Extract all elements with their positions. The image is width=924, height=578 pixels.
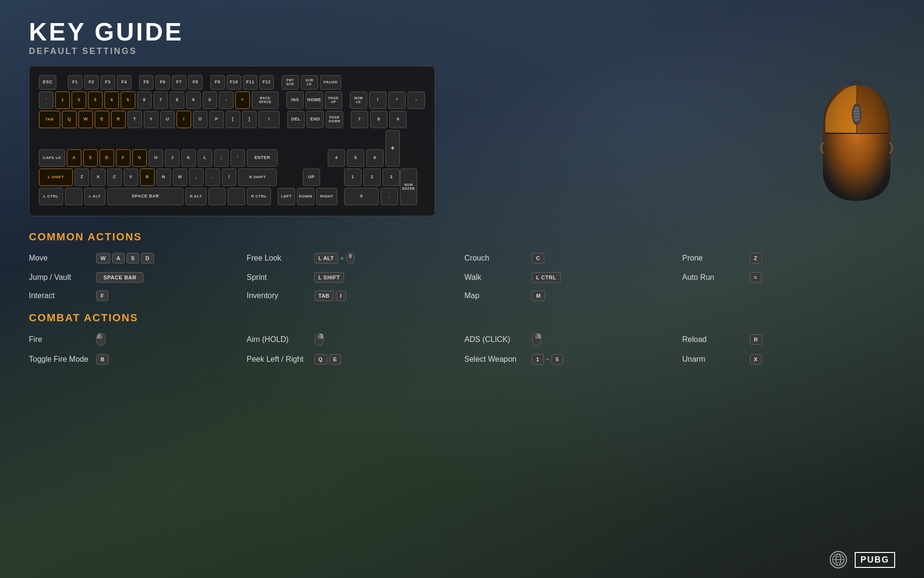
action-reload: Reload R	[682, 333, 896, 346]
bottom-bar: PUBG	[830, 551, 895, 568]
key-x: X	[91, 169, 105, 186]
action-move-label: Move	[29, 254, 91, 263]
key-4: 4	[104, 92, 119, 109]
key-badge-spacebar: SPACE BAR	[96, 272, 143, 283]
key-f7: F7	[172, 75, 186, 90]
key-h: H	[149, 149, 163, 167]
action-walk: Walk L CTRL	[464, 272, 678, 283]
key-backtick: `	[39, 92, 53, 109]
key-badge-m: M	[532, 290, 545, 301]
key-num-star: *	[388, 92, 406, 109]
keyboard-diagram: ESC F1 F2 F3 F4 F5 F6 F7 F8 F9 F10 F11 F…	[29, 66, 435, 216]
keyboard-mouse-section: ESC F1 F2 F3 F4 F5 F6 F7 F8 F9 F10 F11 F…	[29, 66, 895, 216]
key-enter: ENTER	[247, 149, 278, 167]
key-badge-r: R	[750, 334, 762, 345]
key-7: 7	[154, 92, 168, 109]
key-badge-f: F	[96, 290, 108, 301]
key-9: 9	[186, 92, 201, 109]
action-autorun-keys: =	[750, 272, 762, 283]
key-numdot: .	[381, 188, 398, 205]
key-minus: -	[219, 92, 233, 109]
action-firemode-keys: B	[96, 354, 109, 365]
tilde-sign: ~	[546, 355, 550, 363]
action-sprint: Sprint L SHIFT	[247, 272, 460, 283]
key-badge-d: D	[141, 253, 154, 263]
key-badge-s: S	[127, 253, 139, 263]
mouse-icon-right-click-ads	[532, 333, 541, 346]
key-badge-c: C	[532, 253, 544, 263]
key-f10: F10	[227, 75, 241, 90]
action-sprint-keys: L SHIFT	[314, 272, 345, 283]
key-numenter: NUMENTER	[400, 169, 417, 205]
key-0: 0	[203, 92, 217, 109]
key-p: P	[209, 111, 224, 128]
svg-rect-10	[100, 335, 103, 339]
action-peek: Peek Left / Right Q E	[247, 354, 460, 365]
action-unarm: Unarm X	[682, 354, 896, 365]
key-f3: F3	[101, 75, 115, 90]
action-sprint-label: Sprint	[247, 273, 309, 282]
svg-rect-12	[318, 335, 321, 339]
key-3: 3	[88, 92, 103, 109]
key-s: S	[83, 149, 98, 167]
key-num-plus: +	[385, 130, 400, 167]
plus-sign: +	[340, 254, 344, 262]
mouse-illustration	[818, 80, 895, 206]
key-a: A	[67, 149, 81, 167]
title-block: KEY GUIDE DEFAULT SETTINGS	[29, 19, 895, 56]
combat-actions-title: COMBAT ACTIONS	[29, 312, 895, 324]
action-crouch-label: Crouch	[464, 254, 527, 263]
action-selectweapon-label: Select Weapon	[464, 355, 527, 364]
action-peek-keys: Q E	[314, 354, 342, 365]
action-prone: Prone Z	[682, 252, 896, 264]
kb-row-asdf: CAPS LK A S D F G H J K L ; ' ENTER 4 5 …	[39, 130, 425, 167]
key-badge-z: Z	[750, 253, 762, 263]
key-w: W	[78, 111, 93, 128]
key-k: K	[181, 149, 196, 167]
key-badge-5-weapon: 5	[552, 354, 564, 365]
key-ins: INS	[286, 92, 304, 109]
action-unarm-keys: X	[750, 354, 762, 365]
key-pause: PAUSE	[320, 75, 341, 90]
key-home: HOME	[306, 92, 323, 109]
mouse-diagram	[818, 66, 895, 206]
key-badge-q: Q	[314, 354, 327, 365]
action-prone-label: Prone	[682, 254, 745, 263]
key-numlk: NUMLK	[350, 92, 367, 109]
action-map: Map M	[464, 290, 678, 301]
common-actions-title: COMMON ACTIONS	[29, 231, 895, 243]
action-selectweapon: Select Weapon 1 ~ 5	[464, 354, 678, 365]
key-num7: 7	[351, 111, 368, 128]
key-badge-w: W	[96, 253, 110, 263]
key-b: B	[140, 169, 154, 186]
action-aim-label: Aim (HOLD)	[247, 335, 309, 344]
key-1: 1	[55, 92, 70, 109]
key-menu	[228, 188, 245, 205]
key-num4: 4	[328, 149, 345, 167]
key-left: LEFT	[278, 188, 295, 205]
action-reload-keys: R	[750, 334, 762, 345]
key-fwdslash: /	[222, 169, 236, 186]
key-period: .	[205, 169, 220, 186]
key-rshift: R SHIFT	[238, 169, 277, 186]
action-interact-label: Interact	[29, 291, 91, 300]
key-tab: TAB	[39, 111, 60, 128]
key-g: G	[132, 149, 147, 167]
action-fire: Fire	[29, 333, 242, 346]
key-badge-lshift: L SHIFT	[314, 272, 345, 283]
key-badge-1-weapon: 1	[532, 354, 544, 365]
key-f5: F5	[139, 75, 154, 90]
action-crouch-keys: C	[532, 253, 544, 263]
key-badge-lalt: L ALT	[314, 253, 338, 263]
main-content: KEY GUIDE DEFAULT SETTINGS ESC F1 F2 F3 …	[0, 0, 924, 394]
action-aim-keys	[314, 333, 324, 346]
key-j: J	[165, 149, 180, 167]
action-firemode: Toggle Fire Mode B	[29, 354, 242, 365]
key-f4: F4	[117, 75, 131, 90]
action-ads-keys	[532, 333, 541, 346]
key-badge-b: B	[96, 354, 109, 365]
key-t: T	[128, 111, 142, 128]
action-ads: ADS (CLICK)	[464, 333, 678, 346]
key-lbracket: [	[226, 111, 240, 128]
action-crouch: Crouch C	[464, 252, 678, 264]
